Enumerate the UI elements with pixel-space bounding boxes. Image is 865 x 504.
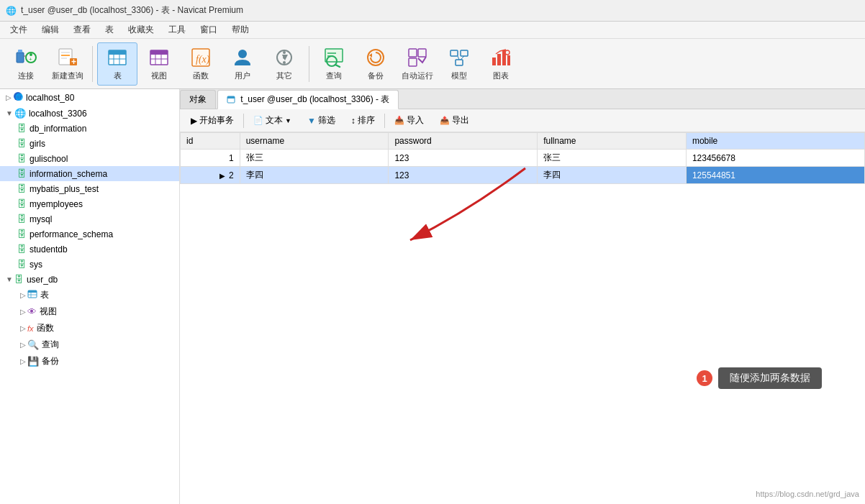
import-btn[interactable]: 📥 导入 (388, 112, 430, 129)
sidebar-item-user-db-backups[interactable]: ▷ 💾 备份 (0, 353, 179, 370)
svg-rect-18 (150, 50, 168, 55)
sidebar-item-db-information[interactable]: 🗄 db_information (0, 121, 179, 136)
action-sep-2 (384, 114, 385, 128)
toolbar-connect[interactable]: + 连接 (6, 42, 46, 86)
svg-rect-45 (492, 58, 496, 65)
sidebar-item-user-db[interactable]: ▼ 🗄 user_db (0, 272, 179, 287)
db-icon-2: 🗄 (17, 138, 27, 149)
sidebar-item-sys[interactable]: 🗄 sys (0, 257, 179, 272)
sidebar-item-mysql[interactable]: 🗄 mysql (0, 211, 179, 226)
text-btn[interactable]: 📄 文本 ▼ (247, 112, 298, 129)
sidebar-item-localhost80[interactable]: ▷ 🌐 localhost_80 (0, 89, 179, 106)
backups-icon: 💾 (27, 356, 39, 367)
other-icon: ▼ (273, 46, 296, 69)
sidebar-item-localhost3306[interactable]: ▼ 🌐 localhost_3306 (0, 106, 179, 121)
sidebar-item-studentdb[interactable]: 🗄 studentdb (0, 242, 179, 257)
other-label: 其它 (276, 70, 292, 81)
tab-objects[interactable]: 对象 (180, 90, 216, 109)
export-label: 导出 (452, 114, 469, 127)
views-icon: 👁 (27, 306, 37, 317)
sidebar-item-myemployees[interactable]: 🗄 myemployees (0, 196, 179, 211)
cell-id-2: ▶ 2 (181, 167, 240, 184)
new-query-icon: + (56, 46, 79, 69)
auto-run-label: 自动运行 (402, 70, 433, 81)
sidebar-item-gulischool[interactable]: 🗄 gulischool (0, 151, 179, 166)
db-icon-10: 🗄 (17, 259, 27, 270)
sidebar-item-girls[interactable]: 🗄 girls (0, 136, 179, 151)
sidebar-item-mybatis-plus-test[interactable]: 🗄 mybatis_plus_test (0, 181, 179, 196)
tab-table-icon (227, 94, 237, 104)
sidebar-label-gulischool: gulischool (30, 154, 68, 164)
db-icon-7: 🗄 (17, 214, 27, 224)
app-icon: 🌐 (6, 6, 17, 16)
filter-label: 筛选 (318, 114, 335, 127)
toolbar-new-query[interactable]: + 新建查询 (47, 42, 88, 86)
toolbar-other[interactable]: ▼ 其它 (264, 42, 304, 86)
data-table: id username password fullname mobile 1 张… (180, 132, 865, 184)
expand-icon-backups: ▷ (20, 357, 26, 365)
table-row[interactable]: ▶ 2 李四 123 李四 125544851 (181, 167, 865, 184)
menu-edit[interactable]: 编辑 (35, 22, 66, 37)
sidebar-label-db-information: db_information (30, 124, 86, 134)
tooltip-box: 随便添加两条数据 (718, 367, 822, 389)
sidebar-item-user-db-tables[interactable]: ▷ 表 (0, 287, 179, 303)
toolbar-chart[interactable]: 图表 (481, 42, 521, 86)
menu-help[interactable]: 帮助 (225, 22, 256, 37)
menu-table[interactable]: 表 (98, 22, 121, 37)
sidebar-label-studentdb: studentdb (30, 244, 68, 255)
table-row[interactable]: 1 张三 123 张三 123456678 (181, 150, 865, 167)
col-header-username: username (240, 133, 389, 150)
expand-icon-localhost3306: ▼ (6, 109, 13, 117)
expand-icon-localhost80: ▷ (6, 93, 12, 101)
toolbar-model[interactable]: 模型 (439, 42, 479, 86)
sidebar-label-localhost3306: localhost_3306 (29, 109, 87, 119)
sidebar-item-user-db-views[interactable]: ▷ 👁 视图 (0, 303, 179, 320)
svg-rect-30 (325, 49, 343, 62)
view-icon (148, 46, 171, 69)
filter-btn[interactable]: ▼ 筛选 (301, 112, 342, 129)
col-header-id: id (181, 133, 240, 150)
toolbar: + 连接 + 新建查询 (0, 39, 865, 89)
text-label: 文本 (266, 114, 283, 127)
text-icon: 📄 (253, 116, 263, 125)
toolbar-user[interactable]: 用户 (222, 42, 263, 86)
expand-icon-functions: ▷ (20, 324, 26, 332)
export-btn[interactable]: 📤 导出 (433, 112, 476, 129)
model-icon (448, 46, 471, 69)
sidebar-label-views: 视图 (40, 306, 57, 318)
menu-view[interactable]: 查看 (66, 22, 98, 37)
start-transaction-btn[interactable]: ▶ 开始事务 (184, 112, 240, 129)
menu-favorites[interactable]: 收藏夹 (121, 22, 161, 37)
sidebar-item-information-schema[interactable]: 🗄 information_schema (0, 166, 179, 181)
sort-label: 排序 (358, 114, 375, 127)
expand-icon-queries: ▷ (20, 341, 26, 349)
query-label: 查询 (326, 70, 342, 81)
function-icon: f(x) (189, 46, 212, 69)
toolbar-table[interactable]: 表 (97, 42, 137, 86)
sidebar-item-user-db-functions[interactable]: ▷ fx 函数 (0, 320, 179, 336)
menu-window[interactable]: 窗口 (193, 22, 225, 37)
cell-username-2: 李四 (240, 167, 389, 184)
user-icon (231, 46, 254, 69)
table-label: 表 (114, 70, 122, 81)
sort-btn[interactable]: ↕ 排序 (345, 112, 381, 129)
toolbar-view[interactable]: 视图 (139, 42, 179, 86)
toolbar-backup[interactable]: 备份 (355, 42, 396, 86)
menu-file[interactable]: 文件 (3, 22, 35, 37)
toolbar-auto-run[interactable]: 自动运行 (397, 42, 438, 86)
expand-icon-views: ▷ (20, 308, 26, 316)
tab-active-table[interactable]: t_user @user_db (localhost_3306) - 表 (217, 90, 399, 109)
expand-icon-user-db: ▼ (6, 275, 13, 283)
sidebar-item-user-db-queries[interactable]: ▷ 🔍 查询 (0, 336, 179, 353)
menu-tools[interactable]: 工具 (161, 22, 193, 37)
col-header-mobile: mobile (686, 133, 864, 150)
function-label: 函数 (193, 70, 209, 81)
sidebar-label-backups: 备份 (42, 355, 59, 367)
menu-bar: 文件 编辑 查看 表 收藏夹 工具 窗口 帮助 (0, 22, 865, 39)
toolbar-query[interactable]: 查询 (314, 42, 354, 86)
functions-icon: fx (27, 324, 34, 333)
sidebar-item-performance-schema[interactable]: 🗄 performance_schema (0, 226, 179, 242)
toolbar-function[interactable]: f(x) 函数 (181, 42, 221, 86)
cell-password-1: 123 (389, 150, 538, 167)
sidebar-label-myemployees: myemployees (30, 199, 83, 209)
